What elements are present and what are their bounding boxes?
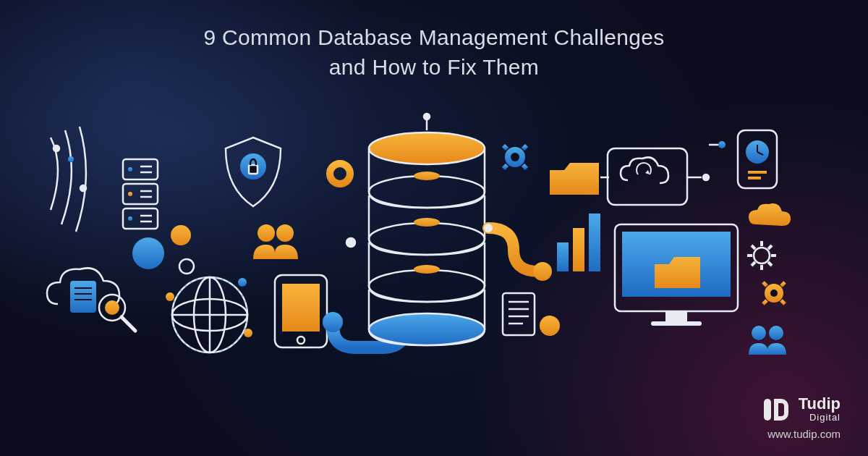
svg-point-96 <box>770 290 778 297</box>
svg-point-33 <box>258 224 275 242</box>
hero-illustration <box>36 109 832 376</box>
svg-line-94 <box>763 300 767 304</box>
svg-line-83 <box>752 245 755 249</box>
svg-point-40 <box>424 114 430 119</box>
svg-point-44 <box>369 270 485 302</box>
svg-point-70 <box>703 174 709 180</box>
svg-point-29 <box>238 278 247 287</box>
ring-icon <box>179 259 194 274</box>
brand-url: www.tudip.com <box>761 428 841 440</box>
svg-line-86 <box>768 245 772 249</box>
svg-point-58 <box>511 153 519 161</box>
svg-point-38 <box>323 312 343 332</box>
svg-point-15 <box>128 216 132 221</box>
svg-line-55 <box>523 165 527 169</box>
svg-point-103 <box>718 141 726 148</box>
svg-line-85 <box>752 262 755 266</box>
brand-block: Tudip Digital www.tudip.com <box>761 394 841 440</box>
svg-line-57 <box>523 145 527 149</box>
users-icon <box>749 326 786 355</box>
svg-line-93 <box>781 300 785 304</box>
svg-rect-61 <box>503 293 535 335</box>
brand-name: Tudip <box>799 394 841 413</box>
svg-rect-109 <box>764 399 771 421</box>
svg-point-13 <box>128 167 132 172</box>
svg-rect-72 <box>573 228 584 271</box>
folder-icon <box>550 163 599 195</box>
svg-point-8 <box>105 300 119 315</box>
bar-chart-icon <box>557 214 600 271</box>
svg-point-28 <box>166 292 174 301</box>
svg-point-0 <box>54 145 59 151</box>
brand-tagline: Digital <box>799 412 841 423</box>
svg-point-48 <box>414 265 440 274</box>
svg-rect-77 <box>651 321 702 326</box>
svg-point-59 <box>533 262 552 281</box>
svg-point-105 <box>752 326 766 340</box>
svg-line-9 <box>122 317 135 331</box>
page-title: 9 Common Database Management Challenges … <box>0 23 868 82</box>
svg-point-37 <box>297 337 305 344</box>
database-stack-icon <box>369 114 485 345</box>
svg-point-46 <box>414 172 440 180</box>
svg-rect-3 <box>70 281 96 313</box>
svg-point-14 <box>128 192 132 196</box>
svg-line-92 <box>763 282 767 286</box>
svg-point-2 <box>80 185 86 191</box>
svg-line-95 <box>781 282 785 286</box>
title-line-2: and How to Fix Them <box>329 55 539 79</box>
security-shield-icon <box>226 138 281 206</box>
tablet-icon <box>275 275 327 347</box>
svg-line-84 <box>768 262 772 266</box>
svg-point-45 <box>369 313 485 345</box>
svg-point-108 <box>330 164 350 184</box>
svg-point-43 <box>369 223 485 255</box>
svg-rect-71 <box>557 242 569 271</box>
document-icon <box>503 293 535 335</box>
svg-rect-102 <box>748 177 761 180</box>
svg-point-106 <box>769 326 783 340</box>
sync-cloud-icon <box>608 148 687 205</box>
svg-point-107 <box>346 238 355 247</box>
monitor-icon <box>615 224 738 326</box>
svg-point-42 <box>369 176 485 208</box>
cloud-icon <box>749 203 791 226</box>
svg-point-34 <box>276 224 294 242</box>
svg-point-60 <box>484 224 493 232</box>
svg-rect-36 <box>282 284 320 332</box>
dot-icon <box>171 225 191 245</box>
svg-rect-73 <box>589 214 600 271</box>
server-rack-icon <box>123 159 158 229</box>
gear-icon <box>499 141 531 173</box>
svg-line-56 <box>503 165 507 169</box>
svg-rect-32 <box>249 165 258 174</box>
dot-icon <box>132 237 164 269</box>
svg-point-66 <box>540 316 560 336</box>
svg-point-41 <box>369 132 485 164</box>
magnifier-icon <box>99 295 135 331</box>
svg-point-47 <box>414 218 440 227</box>
svg-rect-101 <box>748 171 767 174</box>
svg-point-30 <box>244 329 252 337</box>
network-lines-icon <box>51 127 86 232</box>
svg-line-54 <box>503 145 507 149</box>
brand-logo-icon <box>761 394 791 425</box>
svg-rect-76 <box>665 311 687 321</box>
users-icon <box>253 224 298 259</box>
gear-icon <box>747 241 776 270</box>
svg-point-1 <box>68 156 74 162</box>
globe-icon <box>166 277 252 352</box>
clock-device-icon <box>738 130 777 188</box>
svg-point-78 <box>754 248 770 263</box>
gear-icon <box>758 277 790 309</box>
title-line-1: 9 Common Database Management Challenges <box>203 25 664 49</box>
